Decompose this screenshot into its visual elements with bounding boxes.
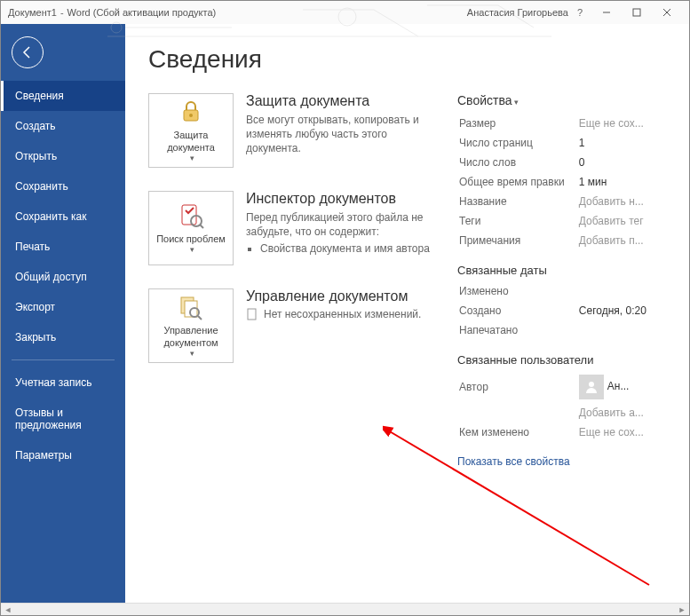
sidebar-item-options[interactable]: Параметры <box>1 440 125 470</box>
inspect-icon <box>177 201 205 230</box>
inspect-bullet: Свойства документа и имя автора <box>260 242 432 255</box>
protect-text: Все могут открывать, копировать и изменя… <box>246 113 432 156</box>
sidebar-item-info[interactable]: Сведения <box>1 81 125 111</box>
svg-line-10 <box>200 225 203 228</box>
protect-button-label: Защита документа <box>151 130 231 153</box>
app-name: Word (Сбой активации продукта) <box>67 7 217 18</box>
document-name: Документ1 <box>8 7 57 18</box>
properties-heading[interactable]: Свойства▾ <box>457 93 666 107</box>
svg-point-16 <box>589 382 594 387</box>
lock-icon <box>177 98 205 126</box>
manage-text: Нет несохраненных изменений. <box>264 308 421 320</box>
check-issues-button[interactable]: Поиск проблем▾ <box>148 191 234 265</box>
user-name[interactable]: Анастасия Григорьева <box>467 7 568 18</box>
table-row: ПримечанияДобавить п... <box>459 232 664 249</box>
table-row: РазмерЕще не сох... <box>459 115 664 132</box>
table-row: Число страниц1 <box>459 134 664 152</box>
person-icon <box>579 375 604 399</box>
maximize-button[interactable] <box>622 3 652 22</box>
scroll-right-button[interactable]: ► <box>675 604 689 615</box>
doc-icon <box>246 308 258 323</box>
table-row: ТегиДобавить тег <box>459 212 664 230</box>
manage-heading: Управление документом <box>246 288 432 304</box>
back-button[interactable] <box>12 36 44 68</box>
sidebar-item-feedback[interactable]: Отзывы и предложения <box>1 398 125 440</box>
sidebar-item-save[interactable]: Сохранить <box>1 171 125 201</box>
close-button[interactable] <box>652 3 682 22</box>
related-users-heading: Связанные пользователи <box>457 353 666 367</box>
table-row: НазваниеДобавить н... <box>459 193 664 210</box>
protect-heading: Защита документа <box>246 93 432 109</box>
table-row: Кем измененоЕще не сох... <box>459 423 664 441</box>
sidebar-item-open[interactable]: Открыть <box>1 141 125 171</box>
inspect-heading: Инспектор документов <box>246 191 432 207</box>
inspect-text: Перед публикацией этого файла не забудьт… <box>246 210 432 239</box>
table-row: Общее время правки1 мин <box>459 173 664 191</box>
table-row: Напечатано <box>459 321 664 339</box>
manage-document-button[interactable]: Управление документом▾ <box>148 288 234 363</box>
svg-rect-15 <box>248 309 256 320</box>
app-window: Документ1 - Word (Сбой активации продукт… <box>0 0 690 616</box>
svg-point-7 <box>189 114 193 117</box>
help-button[interactable]: ? <box>577 7 583 18</box>
table-row: Автор Ан... <box>459 372 664 402</box>
page-title: Сведения <box>148 45 666 74</box>
horizontal-scrollbar[interactable]: ◄ ► <box>1 603 689 615</box>
protect-document-button[interactable]: Защита документа▾ <box>148 93 234 168</box>
properties-table: РазмерЕще не сох... Число страниц1 Число… <box>457 113 666 251</box>
inspect-button-label: Поиск проблем <box>156 233 226 245</box>
minimize-button[interactable] <box>591 3 622 22</box>
content-area: Сведения Защита документа▾ Защита докуме… <box>125 24 689 603</box>
table-row: Добавить а... <box>459 404 664 422</box>
svg-rect-8 <box>182 205 196 225</box>
sidebar-item-share[interactable]: Общий доступ <box>1 262 125 292</box>
svg-point-1 <box>338 8 356 26</box>
scroll-left-button[interactable]: ◄ <box>1 604 15 615</box>
sidebar-item-print[interactable]: Печать <box>1 232 125 262</box>
manage-button-label: Управление документом <box>151 325 231 348</box>
sidebar-item-close[interactable]: Закрыть <box>1 322 125 352</box>
dates-table: Изменено СозданоСегодня, 0:20 Напечатано <box>457 280 666 341</box>
sidebar-item-account[interactable]: Учетная запись <box>1 367 125 398</box>
table-row: СозданоСегодня, 0:20 <box>459 302 664 320</box>
show-all-properties-link[interactable]: Показать все свойства <box>457 455 666 468</box>
table-row: Число слов0 <box>459 154 664 171</box>
sidebar-item-save-as[interactable]: Сохранить как <box>1 201 125 232</box>
titlebar: Документ1 - Word (Сбой активации продукт… <box>1 1 689 24</box>
sidebar-item-new[interactable]: Создать <box>1 111 125 141</box>
related-dates-heading: Связанные даты <box>457 264 666 277</box>
manage-icon <box>177 293 205 321</box>
svg-line-14 <box>198 316 202 320</box>
sidebar: Сведения Создать Открыть Сохранить Сохра… <box>1 24 125 603</box>
svg-rect-3 <box>633 9 640 16</box>
users-table: Автор Ан... Добавить а... Кем измененоЕщ… <box>457 370 666 443</box>
sidebar-item-export[interactable]: Экспорт <box>1 292 125 322</box>
table-row: Изменено <box>459 282 664 300</box>
window-controls <box>591 3 682 22</box>
